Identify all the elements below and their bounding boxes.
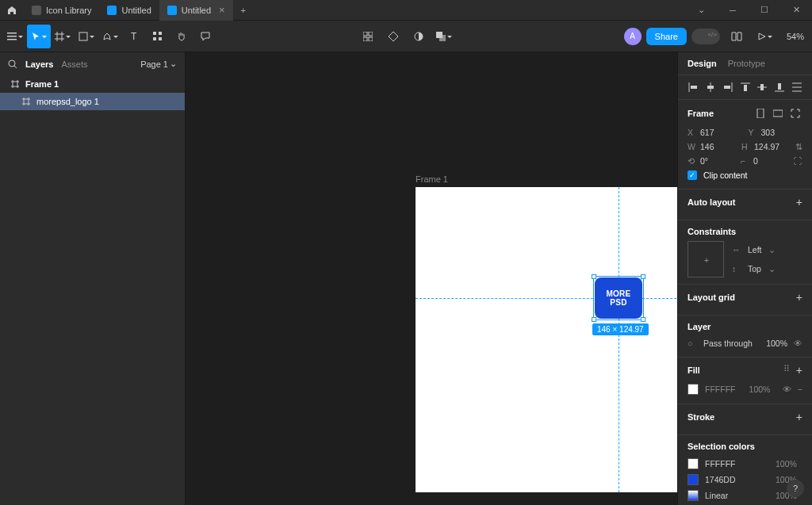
comment-tool[interactable] [193,25,217,48]
home-button[interactable] [0,6,24,15]
frame-name-label[interactable]: Frame 1 [416,174,448,184]
svg-rect-7 [79,33,87,40]
add-fill-button[interactable]: + [796,364,802,377]
fill-visibility-icon[interactable]: 👁 [783,384,791,394]
layer-morepsd-logo[interactable]: morepsd_logo 1 [0,93,185,110]
close-button[interactable]: ✕ [780,0,812,21]
corner-expand-icon[interactable]: ⛶ [794,156,802,166]
user-avatar[interactable]: A [624,28,642,45]
prototype-tab[interactable]: Prototype [728,59,765,68]
caret-down-icon[interactable]: ⌄ [685,0,717,21]
resize-landscape-icon[interactable] [771,106,785,121]
add-stroke-button[interactable]: + [796,411,802,423]
constraint-h-dropdown[interactable]: Left [748,245,762,254]
svg-rect-41 [778,83,781,90]
snap-icon[interactable] [381,25,405,48]
align-bottom-icon[interactable] [772,80,787,94]
tab-untitled-2[interactable]: Untitled × [159,0,233,21]
move-tool[interactable] [27,25,51,48]
logo-text-psd: PSD [610,298,626,307]
layers-tab[interactable]: Layers [25,59,53,69]
frame-tool[interactable] [51,25,75,48]
fill-styles-icon[interactable]: ⠿ [783,364,790,377]
present-button[interactable] [753,25,777,48]
svg-text:T: T [131,32,137,41]
title-bar: Icon Library Untitled Untitled × + ⌄ ─ ☐… [0,0,812,21]
library-icon[interactable] [725,25,749,48]
zoom-dropdown[interactable]: 54% [782,32,809,41]
pen-tool[interactable] [98,25,122,48]
layer-label: Frame 1 [25,79,59,89]
x-input[interactable]: 617 [700,128,742,137]
toolbar-center [356,25,456,48]
align-h-center-icon[interactable] [703,80,718,94]
opacity-input[interactable]: 100% [766,339,787,348]
canvas[interactable]: Frame 1 MORE PSD 146 × 124.97 [186,52,677,505]
frame-section-title[interactable]: Frame [688,109,714,118]
tab-icon-library[interactable]: Icon Library [24,0,99,21]
corner-input[interactable]: 0 [753,156,787,166]
help-button[interactable]: ? [787,480,804,497]
new-tab-button[interactable]: + [233,6,254,15]
align-v-center-icon[interactable] [755,80,769,94]
main-menu-button[interactable] [3,25,27,48]
maximize-button[interactable]: ☐ [749,0,780,21]
remove-fill-icon[interactable]: − [798,384,802,394]
svg-rect-12 [159,37,162,40]
selected-object[interactable]: MORE PSD [595,277,642,319]
color-swatch[interactable] [688,458,699,469]
add-auto-layout-button[interactable]: + [796,196,802,209]
share-button[interactable]: Share [646,28,687,45]
assets-tab[interactable]: Assets [61,59,87,69]
constraint-widget[interactable]: + [688,241,724,277]
distribute-icon[interactable] [790,80,804,94]
align-left-icon[interactable] [686,80,700,94]
w-label: W [688,142,697,151]
y-input[interactable]: 303 [761,128,803,137]
selection-color-row[interactable]: 1746DD 100% [688,472,802,488]
layer-title: Layer [688,322,710,331]
close-tab-icon[interactable]: × [219,4,225,16]
blend-mode-dropdown[interactable]: Pass through [703,339,760,348]
minimize-button[interactable]: ─ [717,0,749,21]
align-right-icon[interactable] [721,80,735,94]
color-swatch[interactable] [688,490,699,501]
resize-portrait-icon[interactable] [753,106,768,121]
layout-grid-icon[interactable] [356,25,380,48]
fill-opacity-input[interactable]: 100% [749,384,776,394]
artboard-frame-1[interactable]: MORE PSD 146 × 124.97 [416,187,677,492]
constraints-title: Constraints [688,227,736,236]
selection-color-row[interactable]: FFFFFF 100% [688,456,802,472]
clip-content-checkbox[interactable]: ✓ [688,170,697,180]
svg-rect-0 [7,33,17,34]
w-input[interactable]: 146 [700,142,735,151]
boolean-icon[interactable] [432,25,456,48]
text-tool[interactable]: T [122,25,146,48]
constraint-v-dropdown[interactable]: Top [748,264,762,274]
dev-mode-toggle[interactable] [691,29,720,44]
add-layout-grid-button[interactable]: + [796,291,802,304]
svg-rect-39 [760,84,764,90]
resize-fit-icon[interactable] [788,106,802,121]
left-panel: Layers Assets Page 1 ⌄ Frame 1 morepsd_l… [0,52,186,505]
rotation-input[interactable]: 0° [700,156,734,166]
fill-swatch[interactable] [688,384,699,395]
resources-tool[interactable] [146,25,170,48]
tab-untitled-1[interactable]: Untitled [99,0,159,21]
page-dropdown[interactable]: Page 1 ⌄ [140,59,177,69]
hand-tool[interactable] [170,25,193,48]
search-icon[interactable] [8,59,17,69]
visibility-icon[interactable]: 👁 [794,339,802,348]
shape-tool[interactable] [75,25,98,48]
fill-hex-input[interactable]: FFFFFF [705,384,743,394]
layer-frame-1[interactable]: Frame 1 [0,75,185,93]
mask-icon[interactable] [407,25,431,48]
design-tab[interactable]: Design [688,59,717,68]
color-swatch[interactable] [688,474,699,485]
svg-rect-37 [744,85,747,91]
auto-layout-title: Auto layout [688,197,736,207]
selection-color-row[interactable]: Linear 100% [688,488,802,503]
h-input[interactable]: 124.97 [754,142,789,151]
constrain-proportions-icon[interactable]: ⇅ [795,142,802,151]
align-top-icon[interactable] [738,80,753,94]
